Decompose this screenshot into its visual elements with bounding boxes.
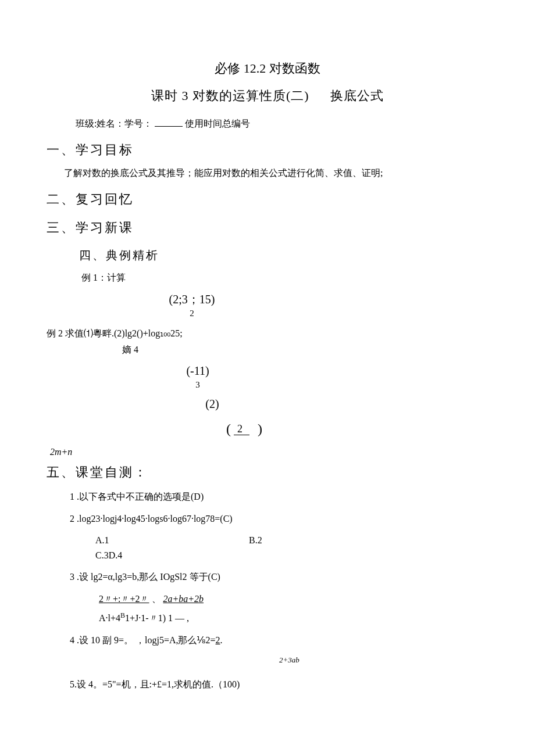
q4-text: 4 .设 10 副 9=。 ，logj5=A,那么⅟₈2= [70, 635, 216, 645]
question-1: 1 .以下各式中不正确的选项是(D) [70, 489, 488, 504]
section-1-body: 了解对数的换底公式及其推导；能应用对数的相关公式进行化简、求值、证明; [64, 166, 488, 181]
subtitle-part-a: 课时 3 对数的运算性质(二) [151, 88, 309, 103]
q3-opt-rest: 1+J·1-〃1) 1 — , [125, 613, 189, 623]
example-1-label: 例 1：计算 [81, 270, 488, 285]
question-3: 3 .设 lg2=α,lg3=b,那么 IOgSl2 等于(C) [70, 569, 488, 585]
student-info-line: 班级:姓名：学号： 使用时间总编号 [76, 116, 488, 131]
question-list: 1 .以下各式中不正确的选项是(D) 2 .log23·logj4·log45·… [70, 489, 488, 691]
q3-option-line: A·l+4B1+J·1-〃1) 1 — , [99, 610, 488, 626]
subtitle-part-b: 换底公式 [330, 85, 384, 106]
example-2-block1: (-11) 3 [47, 361, 488, 390]
q4-note: 2+3ab [279, 654, 488, 667]
q2-options-row2: C.3D.4 [95, 548, 488, 563]
q3-opt-b-sup: B [120, 611, 125, 619]
question-5: 5.设 4。=5"=机，且:+£=1,求机的值.（100) [70, 677, 488, 692]
blank-field[interactable] [155, 126, 183, 127]
ex2-b1-top: (-11) [0, 361, 488, 380]
section-4-heading: 四、典例精析 [79, 246, 488, 264]
example-2-line: 例 2 求值⑴粵畔.(2)lg2()+log₁₀₀25; [47, 326, 488, 341]
paren-close: ) [258, 421, 262, 436]
ex1-math-bot: 2 [0, 309, 488, 318]
ex1-math-top: (2;3；15) [0, 290, 488, 309]
q2-options-row1: A.1 B.2 [95, 533, 488, 548]
section-3-heading: 三、学习新课 [47, 217, 488, 238]
ex2-frac-den [252, 423, 255, 435]
paren-open: ( [226, 421, 231, 436]
q3-under-2: 2a+ba+2b [163, 594, 204, 604]
question-2: 2 .log23·logj4·log45·logs6·log67·log78=(… [70, 511, 488, 526]
italic-2m-n: 2m+n [50, 445, 488, 460]
ex2-b1-bot: 3 [0, 380, 488, 390]
question-4: 4 .设 10 副 9=。 ，logj5=A,那么⅟₈2=2. [70, 633, 488, 648]
info-suffix: 使用时间总编号 [185, 119, 250, 128]
doc-title: 必修 12.2 对数函数 [47, 58, 488, 78]
q2-option-b: B.2 [249, 535, 262, 545]
section-5-heading: 五、课堂自测： [47, 462, 488, 482]
q2-option-a: A.1 [95, 533, 247, 548]
example-2-block2: (2) [0, 395, 488, 413]
ex2-frac-num: 2 [234, 423, 249, 435]
q2-option-d: D.4 [109, 550, 123, 560]
section-2-heading: 二、复习回忆 [47, 189, 488, 209]
example-2-subline: 嫡 4 [122, 342, 488, 357]
q3-opt-a: A·l+4 [99, 613, 120, 623]
q4-answer: 2 [216, 635, 220, 645]
q3-under-1: 2〃+:〃+2〃 [99, 594, 149, 604]
info-prefix: 班级:姓名：学号： [76, 119, 152, 128]
section-1-heading: 一、学习目标 [47, 139, 488, 160]
example-2-frac: ( 2 ) [0, 418, 488, 440]
q2-option-c: C.3 [95, 550, 109, 560]
q3-underline-row: 2〃+:〃+2〃 、 2a+ba+2b [99, 592, 488, 607]
example-1-math: (2;3；15) 2 [47, 290, 488, 318]
doc-subtitle: 课时 3 对数的运算性质(二) 换底公式 [47, 85, 488, 106]
